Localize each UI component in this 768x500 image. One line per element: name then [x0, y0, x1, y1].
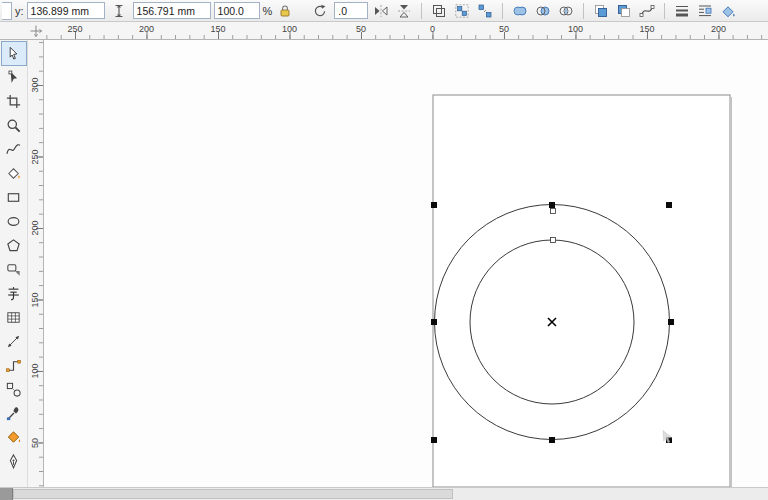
height-input[interactable]: [133, 2, 211, 19]
vertical-ruler[interactable]: 300 250 200 150 100 50: [28, 40, 44, 487]
freehand-tool-icon: [5, 141, 22, 158]
crop-tool-icon: [5, 93, 22, 110]
convert-to-curves-icon: [639, 3, 655, 19]
h-ruler-label: 0: [430, 24, 435, 34]
lock-ratio-button[interactable]: [275, 1, 295, 21]
toolbox-item-crop-tool[interactable]: [2, 90, 26, 113]
selection-handle-top-left[interactable]: [431, 202, 437, 208]
toolbox-item-pick-tool[interactable]: [2, 42, 26, 65]
selection-handle-bottom-center[interactable]: [549, 437, 555, 443]
interactive-fill-tool-icon: [5, 429, 22, 446]
scrollbar-thumb[interactable]: [13, 489, 453, 499]
outline-width-button[interactable]: [672, 1, 692, 21]
rectangle-tool-icon: [5, 189, 22, 206]
horizontal-scrollbar[interactable]: [0, 487, 768, 500]
h-ruler-label: 100: [568, 24, 583, 34]
property-bar: y: %: [0, 0, 768, 22]
toolbox-item-basic-shapes-tool[interactable]: [2, 258, 26, 281]
to-front-icon: [593, 3, 609, 19]
h-ruler-label: 200: [711, 24, 726, 34]
scale-input[interactable]: [214, 2, 260, 19]
selection-handle-middle-right[interactable]: [668, 319, 674, 325]
toolbox-item-color-eyedropper-tool[interactable]: [2, 402, 26, 425]
group-button[interactable]: [452, 1, 472, 21]
ungroup-button[interactable]: [475, 1, 495, 21]
x-position-input[interactable]: [2, 2, 12, 20]
mirror-horizontal-button[interactable]: [371, 1, 391, 21]
ellipse-node-inner[interactable]: [551, 238, 556, 243]
toolbox-item-polygon-tool[interactable]: [2, 234, 26, 257]
page: [433, 95, 730, 487]
rotation-angle-input[interactable]: [334, 2, 368, 19]
ruler-corner[interactable]: [0, 22, 44, 40]
ruler-origin-icon: [29, 24, 43, 38]
separator: [502, 3, 503, 19]
outline-width-icon: [674, 3, 690, 19]
selection-handle-bottom-left[interactable]: [431, 437, 437, 443]
selection-handle-top-right[interactable]: [666, 202, 672, 208]
ellipse-node-outer[interactable]: [551, 209, 556, 214]
convert-to-curves-button[interactable]: [637, 1, 657, 21]
toolbox-item-freehand-tool[interactable]: [2, 138, 26, 161]
toolbox-item-outline-pen-tool[interactable]: [2, 450, 26, 473]
combine-button[interactable]: [429, 1, 449, 21]
wrap-text-icon: [697, 3, 713, 19]
straight-line-connector-tool-icon: [5, 357, 22, 374]
mirror-vertical-icon: [396, 3, 412, 19]
mirror-vertical-button[interactable]: [394, 1, 414, 21]
selection-handle-middle-left[interactable]: [431, 319, 437, 325]
trim-button[interactable]: [533, 1, 553, 21]
pick-tool-icon: [5, 45, 22, 62]
v-ruler-label: 100: [30, 363, 40, 378]
toolbox: [0, 40, 28, 487]
weld-button[interactable]: [510, 1, 530, 21]
text-tool-icon: [5, 285, 22, 302]
toolbox-item-table-tool[interactable]: [2, 306, 26, 329]
toolbox-item-shape-tool[interactable]: [2, 66, 26, 89]
ungroup-icon: [477, 3, 493, 19]
edit-fill-button[interactable]: [718, 1, 738, 21]
y-label: y:: [15, 5, 24, 17]
trim-icon: [535, 3, 551, 19]
toolbox-item-ellipse-tool[interactable]: [2, 210, 26, 233]
canvas-svg: [44, 40, 768, 487]
to-front-button[interactable]: [591, 1, 611, 21]
toolbox-item-parallel-dimension-tool[interactable]: [2, 330, 26, 353]
parallel-dimension-tool-icon: [5, 333, 22, 350]
zoom-tool-icon: [5, 117, 22, 134]
to-back-button[interactable]: [614, 1, 634, 21]
percent-label: %: [263, 5, 273, 17]
v-ruler-label: 250: [30, 149, 40, 164]
wrap-text-button[interactable]: [695, 1, 715, 21]
toolbox-item-smart-fill-tool[interactable]: [2, 162, 26, 185]
polygon-tool-icon: [5, 237, 22, 254]
toolbox-item-text-tool[interactable]: [2, 282, 26, 305]
v-ruler-label: 150: [30, 292, 40, 307]
mirror-horizontal-icon: [373, 3, 389, 19]
drawing-canvas[interactable]: [44, 40, 768, 487]
toolbox-item-zoom-tool[interactable]: [2, 114, 26, 137]
toolbox-item-blend-tool[interactable]: [2, 378, 26, 401]
blend-tool-icon: [5, 381, 22, 398]
y-position-input[interactable]: [27, 2, 105, 19]
separator: [583, 3, 584, 19]
horizontal-ruler[interactable]: 250 200 150 100 50 0 50 100 150 200: [44, 22, 768, 40]
h-ruler-label: 100: [282, 24, 297, 34]
toolbox-item-rectangle-tool[interactable]: [2, 186, 26, 209]
lock-ratio-icon: [277, 3, 293, 19]
basic-shapes-tool-icon: [5, 261, 22, 278]
selection-handle-top-center[interactable]: [549, 202, 555, 208]
object-height-icon: [108, 0, 130, 22]
toolbox-item-straight-line-connector-tool[interactable]: [2, 354, 26, 377]
toolbox-item-interactive-fill-tool[interactable]: [2, 426, 26, 449]
scrollbar-left-button[interactable]: [0, 488, 13, 500]
separator: [421, 3, 422, 19]
smart-fill-tool-icon: [5, 165, 22, 182]
intersect-button[interactable]: [556, 1, 576, 21]
ellipse-tool-icon: [5, 213, 22, 230]
edit-fill-icon: [720, 3, 736, 19]
v-ruler-label: 50: [30, 437, 40, 447]
weld-icon: [512, 3, 528, 19]
h-ruler-label: 50: [356, 24, 366, 34]
h-ruler-label: 150: [639, 24, 654, 34]
